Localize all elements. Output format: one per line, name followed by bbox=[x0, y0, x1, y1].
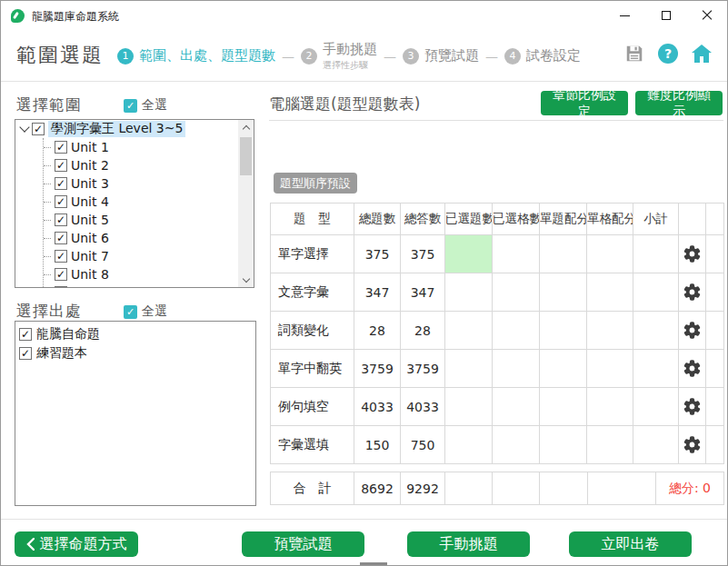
tree-unit-item[interactable]: ✓ Unit 7 bbox=[44, 247, 238, 265]
row-settings-button[interactable] bbox=[679, 273, 706, 312]
tree-root-checkbox[interactable]: ✓ bbox=[32, 123, 45, 135]
tree-unit-item[interactable]: ✓ Unit 4 bbox=[44, 193, 238, 211]
question-order-preset-button[interactable]: 題型順序預設 bbox=[274, 173, 357, 194]
cell-pts-per-cell[interactable] bbox=[587, 426, 633, 464]
source-label[interactable]: 練習題本 bbox=[36, 345, 87, 362]
row-settings-button[interactable] bbox=[679, 388, 706, 426]
tree-unit-item[interactable]: ✓ Unit 1 bbox=[44, 138, 238, 156]
source-select-all-label: 全選 bbox=[142, 303, 167, 320]
difficulty-ratio-button[interactable]: 難度比例顯示 bbox=[635, 91, 723, 115]
cell-pts-per-cell[interactable] bbox=[587, 312, 633, 350]
tree-unit-item[interactable]: ✓ Unit 6 bbox=[44, 229, 238, 247]
cell-selected-cells[interactable] bbox=[493, 312, 540, 350]
cell-selected-questions[interactable] bbox=[445, 350, 493, 388]
source-select-all-checkbox[interactable]: ✓ bbox=[124, 305, 137, 319]
tree-unit-item[interactable]: ✓ Unit 8 bbox=[44, 265, 238, 283]
source-label[interactable]: 龍騰自命題 bbox=[36, 326, 100, 343]
tree-root-label[interactable]: 學測字彙王 Level 3~5 bbox=[48, 121, 185, 137]
unit-label[interactable]: Unit 9 bbox=[71, 285, 109, 288]
home-button[interactable] bbox=[691, 43, 713, 65]
row-settings-button[interactable] bbox=[679, 312, 706, 350]
close-button[interactable] bbox=[686, 1, 727, 30]
maximize-button[interactable] bbox=[645, 1, 686, 30]
back-to-method-button[interactable]: 選擇命題方式 bbox=[15, 531, 138, 557]
chapter-ratio-button[interactable]: 章節比例設定 bbox=[541, 91, 628, 115]
cell-pts-per-cell[interactable] bbox=[587, 350, 633, 388]
cell-spacer bbox=[706, 273, 724, 312]
cell-pts-per-cell[interactable] bbox=[587, 273, 633, 312]
scroll-down-button[interactable] bbox=[238, 273, 254, 287]
unit-label[interactable]: Unit 8 bbox=[71, 267, 109, 282]
minimize-icon bbox=[620, 15, 630, 16]
unit-label[interactable]: Unit 1 bbox=[71, 140, 109, 154]
unit-label[interactable]: Unit 7 bbox=[71, 249, 109, 263]
step-4[interactable]: 4試卷設定 bbox=[504, 47, 581, 65]
unit-label[interactable]: Unit 4 bbox=[71, 194, 109, 209]
cell-pts-per-question[interactable] bbox=[540, 312, 587, 350]
cell-selected-questions[interactable] bbox=[445, 426, 493, 464]
preview-questions-button[interactable]: 預覽試題 bbox=[242, 531, 364, 557]
cell-pts-per-cell[interactable] bbox=[587, 235, 633, 273]
save-button[interactable] bbox=[623, 43, 645, 65]
tree-unit-item[interactable]: ✓ Unit 5 bbox=[44, 211, 238, 229]
source-item[interactable]: ✓ 練習題本 bbox=[19, 343, 252, 362]
cell-pts-per-question[interactable] bbox=[540, 388, 587, 426]
unit-checkbox[interactable]: ✓ bbox=[55, 213, 67, 226]
unit-label[interactable]: Unit 6 bbox=[71, 231, 109, 245]
unit-checkbox[interactable]: ✓ bbox=[55, 159, 67, 172]
range-select-all-checkbox[interactable]: ✓ bbox=[124, 99, 137, 113]
unit-checkbox[interactable]: ✓ bbox=[55, 195, 67, 208]
unit-checkbox[interactable]: ✓ bbox=[55, 286, 67, 288]
generate-exam-button[interactable]: 立即出卷 bbox=[569, 531, 692, 557]
unit-checkbox[interactable]: ✓ bbox=[55, 141, 67, 154]
cell-selected-questions[interactable] bbox=[445, 388, 493, 426]
cell-question-type: 字彙選填 bbox=[271, 426, 354, 464]
unit-label[interactable]: Unit 5 bbox=[71, 213, 109, 227]
row-settings-button[interactable] bbox=[679, 235, 706, 273]
column-header: 總答數 bbox=[401, 204, 445, 235]
cell-selected-cells[interactable] bbox=[493, 426, 540, 464]
cell-selected-cells[interactable] bbox=[493, 273, 540, 312]
range-select-all[interactable]: ✓ 全選 bbox=[124, 97, 167, 114]
row-settings-button[interactable] bbox=[679, 426, 706, 464]
tree-root-item[interactable]: ✓ 學測字彙王 Level 3~5 bbox=[15, 120, 238, 138]
unit-checkbox[interactable]: ✓ bbox=[55, 232, 67, 244]
row-settings-button[interactable] bbox=[679, 350, 706, 388]
close-icon bbox=[702, 10, 713, 21]
cell-selected-questions[interactable] bbox=[445, 273, 493, 312]
tree-unit-item[interactable]: ✓ Unit 2 bbox=[44, 156, 238, 174]
tree-unit-item[interactable]: ✓ Unit 9 bbox=[44, 283, 238, 288]
cell-pts-per-question[interactable] bbox=[540, 235, 587, 273]
step-2[interactable]: 2手動挑題選擇性步驟 bbox=[301, 41, 377, 72]
unit-checkbox[interactable]: ✓ bbox=[55, 177, 67, 190]
window-resize-grip[interactable] bbox=[360, 562, 387, 565]
unit-label[interactable]: Unit 3 bbox=[71, 176, 109, 191]
cell-selected-cells[interactable] bbox=[493, 235, 540, 273]
cell-selected-questions[interactable] bbox=[445, 235, 493, 273]
cell-selected-cells[interactable] bbox=[493, 388, 540, 426]
step-3[interactable]: 3預覽試題 bbox=[403, 47, 479, 65]
cell-pts-per-question[interactable] bbox=[540, 350, 587, 388]
source-select-all[interactable]: ✓ 全選 bbox=[124, 303, 167, 320]
unit-label[interactable]: Unit 2 bbox=[71, 158, 109, 173]
source-item[interactable]: ✓ 龍騰自命題 bbox=[19, 324, 252, 343]
scrollbar-thumb[interactable] bbox=[240, 137, 252, 175]
cell-pts-per-question[interactable] bbox=[540, 273, 587, 312]
unit-checkbox[interactable]: ✓ bbox=[55, 250, 67, 263]
tree-scrollbar[interactable] bbox=[238, 120, 254, 287]
tree-unit-item[interactable]: ✓ Unit 3 bbox=[44, 174, 238, 193]
chevron-down-icon[interactable] bbox=[19, 122, 29, 132]
cell-pts-per-question[interactable] bbox=[540, 426, 587, 464]
minimize-button[interactable] bbox=[604, 1, 645, 30]
source-checkbox[interactable]: ✓ bbox=[19, 328, 32, 341]
cell-pts-per-cell[interactable] bbox=[587, 388, 633, 426]
table-row: 例句填空 4033 4033 bbox=[271, 388, 724, 426]
source-checkbox[interactable]: ✓ bbox=[19, 347, 32, 360]
step-1[interactable]: 1範圍、出處、題型題數 bbox=[117, 47, 275, 65]
unit-checkbox[interactable]: ✓ bbox=[55, 268, 67, 281]
manual-pick-button[interactable]: 手動挑題 bbox=[407, 531, 530, 557]
cell-selected-questions[interactable] bbox=[445, 312, 493, 350]
help-button[interactable]: ? bbox=[657, 43, 679, 65]
scroll-up-button[interactable] bbox=[238, 120, 254, 134]
cell-selected-cells[interactable] bbox=[493, 350, 540, 388]
